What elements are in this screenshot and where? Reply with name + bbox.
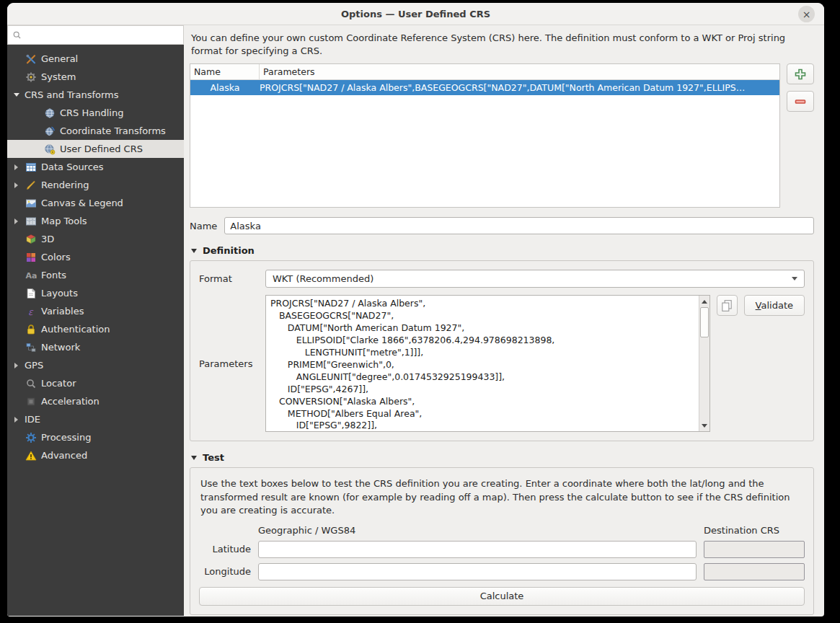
validate-button[interactable]: Validate xyxy=(744,295,805,316)
wkt-text[interactable]: PROJCRS["NAD27 / Alaska Albers", BASEGEO… xyxy=(266,296,698,431)
cube-3d-icon xyxy=(25,233,37,245)
fonts-icon: Aa xyxy=(25,269,37,281)
sidebar-item-colors[interactable]: Colors xyxy=(7,248,184,266)
close-icon[interactable]: × xyxy=(798,6,815,22)
test-title: Test xyxy=(203,452,224,463)
chevron-down-icon xyxy=(14,93,19,97)
canvas-legend-icon xyxy=(25,197,37,209)
chevron-right-icon xyxy=(14,417,18,423)
sidebar-item-user-defined-crs[interactable]: User Defined CRS xyxy=(7,140,184,158)
sidebar-item-network[interactable]: Network xyxy=(7,338,184,356)
scrollbar-thumb[interactable] xyxy=(700,307,709,337)
sidebar-item-acceleration[interactable]: Acceleration xyxy=(7,392,184,410)
data-sources-icon xyxy=(25,161,37,173)
sidebar-item-canvas-legend[interactable]: Canvas & Legend xyxy=(7,194,184,212)
crs-name-input[interactable] xyxy=(224,217,814,234)
user-defined-crs-icon xyxy=(43,143,56,155)
definition-section-header[interactable]: Definition xyxy=(191,245,814,256)
format-selected-value: WKT (Recommended) xyxy=(273,273,373,284)
column-header-name[interactable]: Name xyxy=(190,64,260,79)
sidebar-list: General System CRS and Transforms CRS Ha… xyxy=(7,45,184,616)
sidebar-item-rendering[interactable]: Rendering xyxy=(7,176,184,194)
system-gear-icon xyxy=(25,71,37,83)
column-header-parameters[interactable]: Parameters xyxy=(260,66,779,77)
collapse-triangle-icon xyxy=(191,249,197,253)
authentication-lock-icon xyxy=(25,323,37,335)
search-icon xyxy=(12,30,22,40)
table-row[interactable]: Alaska PROJCRS["NAD27 / Alaska Albers",B… xyxy=(190,80,779,95)
sidebar-search[interactable] xyxy=(7,25,184,45)
sidebar-item-general[interactable]: General xyxy=(7,50,184,68)
coordinate-transforms-icon xyxy=(43,125,56,137)
format-label: Format xyxy=(199,273,265,284)
table-header: Name Parameters xyxy=(190,64,779,80)
window-title: Options — User Defined CRS xyxy=(341,9,490,19)
svg-text:ε: ε xyxy=(28,306,34,317)
source-crs-header: Geographic / WGS84 xyxy=(258,525,697,536)
scroll-down-button[interactable] xyxy=(699,420,709,430)
sidebar-item-data-sources[interactable]: Data Sources xyxy=(7,158,184,176)
sidebar-group-crs-and-transforms[interactable]: CRS and Transforms xyxy=(7,86,184,104)
variables-icon: ε xyxy=(25,305,37,317)
definition-title: Definition xyxy=(203,245,255,256)
intro-text: You can define your own custom Coordinat… xyxy=(191,32,813,58)
network-icon xyxy=(25,341,37,353)
sidebar-item-fonts[interactable]: Aa Fonts xyxy=(7,266,184,284)
remove-crs-button[interactable] xyxy=(787,91,814,112)
custom-crs-table[interactable]: Name Parameters Alaska PROJCRS["NAD27 / … xyxy=(190,63,780,208)
longitude-destination-output xyxy=(704,563,805,580)
format-dropdown[interactable]: WKT (Recommended) xyxy=(265,270,805,288)
name-label: Name xyxy=(190,221,217,231)
latitude-input[interactable] xyxy=(258,541,697,558)
search-input[interactable] xyxy=(25,30,179,40)
test-description: Use the text boxes below to test the CRS… xyxy=(200,477,803,517)
sidebar-item-system[interactable]: System xyxy=(7,68,184,86)
chevron-right-icon xyxy=(14,363,18,368)
latitude-destination-output xyxy=(704,541,805,558)
parameters-label: Parameters xyxy=(199,358,265,369)
test-section-header[interactable]: Test xyxy=(191,452,814,463)
plus-icon xyxy=(794,68,807,81)
sidebar-item-map-tools[interactable]: Map Tools xyxy=(7,212,184,230)
locator-search-icon xyxy=(25,377,37,389)
advanced-warning-icon xyxy=(25,449,37,461)
acceleration-icon xyxy=(25,395,37,407)
longitude-label: Longitude xyxy=(199,566,251,577)
longitude-input[interactable] xyxy=(258,563,697,580)
calculate-button[interactable]: Calculate xyxy=(199,587,805,606)
copy-parameters-button[interactable] xyxy=(717,295,738,316)
test-group-box: Use the text boxes below to test the CRS… xyxy=(190,467,814,614)
sidebar-item-advanced[interactable]: Advanced xyxy=(7,446,184,464)
sidebar-group-ide[interactable]: IDE xyxy=(7,410,184,428)
options-sidebar: General System CRS and Transforms CRS Ha… xyxy=(7,25,184,616)
chevron-right-icon xyxy=(14,164,18,170)
add-crs-button[interactable] xyxy=(787,63,814,84)
sidebar-group-gps[interactable]: GPS xyxy=(7,356,184,374)
sidebar-item-layouts[interactable]: Layouts xyxy=(7,284,184,302)
sidebar-item-authentication[interactable]: Authentication xyxy=(7,320,184,338)
sidebar-item-crs-handling[interactable]: CRS Handling xyxy=(7,104,184,122)
destination-crs-header: Destination CRS xyxy=(704,525,805,536)
dropdown-arrow-icon xyxy=(792,277,797,280)
wkt-parameters-editor[interactable]: PROJCRS["NAD27 / Alaska Albers", BASEGEO… xyxy=(265,295,710,432)
sidebar-item-variables[interactable]: ε Variables xyxy=(7,302,184,320)
collapse-triangle-icon xyxy=(191,456,197,460)
sidebar-item-coordinate-transforms[interactable]: Coordinate Transforms xyxy=(7,122,184,140)
definition-group-box: Format WKT (Recommended) Parameters PROJ… xyxy=(190,260,814,441)
colors-icon xyxy=(25,251,37,263)
sidebar-item-processing[interactable]: Processing xyxy=(7,428,184,446)
crs-parameters-cell: PROJCRS["NAD27 / Alaska Albers",BASEGEOG… xyxy=(260,82,779,93)
vertical-scrollbar[interactable] xyxy=(699,296,709,431)
chevron-right-icon xyxy=(14,218,18,224)
user-defined-crs-panel: You can define your own custom Coordinat… xyxy=(184,25,824,616)
crs-handling-globe-icon xyxy=(43,107,56,119)
copy-icon xyxy=(720,299,733,312)
sidebar-item-locator[interactable]: Locator xyxy=(7,374,184,392)
processing-gear-icon xyxy=(25,431,37,443)
crs-name-cell: Alaska xyxy=(190,82,260,93)
scroll-up-button[interactable] xyxy=(699,296,709,306)
title-bar: Options — User Defined CRS × xyxy=(7,3,824,25)
sidebar-item-3d[interactable]: 3D xyxy=(7,230,184,248)
options-dialog: Options — User Defined CRS × General Sys… xyxy=(7,3,824,617)
layouts-icon xyxy=(25,287,37,299)
